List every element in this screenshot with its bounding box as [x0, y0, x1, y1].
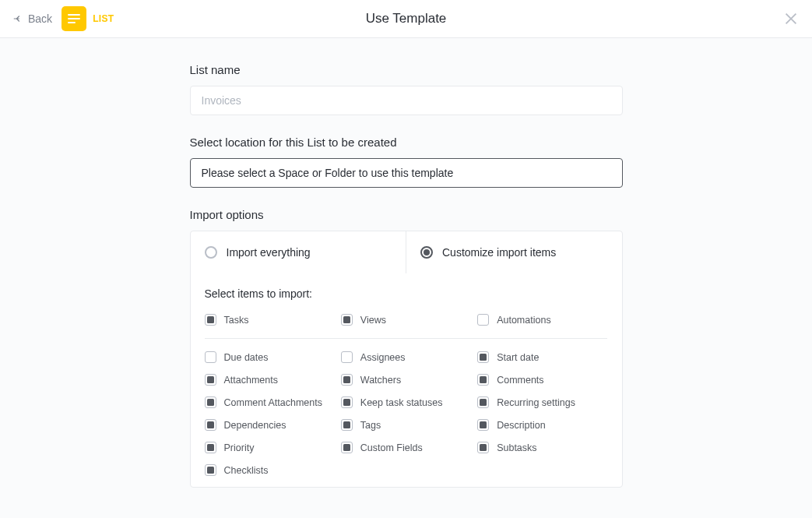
import-tabs: Import everything Customize import items — [191, 231, 622, 273]
checkbox-label: Attachments — [224, 375, 278, 386]
tab-everything-label: Import everything — [227, 246, 311, 259]
tab-import-everything[interactable]: Import everything — [191, 231, 406, 273]
checkbox-label: Assignees — [360, 352, 406, 363]
checkbox[interactable] — [205, 464, 216, 476]
import-item-custom-fields[interactable]: Custom Fields — [341, 442, 471, 453]
import-item-subtasks[interactable]: Subtasks — [477, 442, 607, 453]
location-section: Select location for this List to be crea… — [190, 136, 623, 188]
select-items-label: Select items to import: — [205, 287, 608, 300]
checkbox[interactable] — [205, 442, 216, 453]
checkbox-label: Dependencies — [224, 420, 286, 431]
checkbox-label: Due dates — [224, 352, 269, 363]
checkbox-label: Keep task statuses — [360, 397, 443, 408]
checkbox[interactable] — [477, 374, 489, 386]
tab-customize-import[interactable]: Customize import items — [406, 231, 622, 273]
checkbox-label: Automations — [497, 315, 550, 326]
import-section: Import options Import everything Customi… — [190, 208, 623, 488]
checkbox[interactable] — [205, 419, 216, 431]
import-top-item-tasks[interactable]: Tasks — [205, 314, 335, 326]
modal-body: List name Select location for this List … — [0, 38, 812, 518]
radio-everything[interactable] — [205, 246, 217, 259]
checkbox[interactable] — [341, 396, 353, 408]
list-name-input[interactable] — [190, 86, 623, 115]
import-item-priority[interactable]: Priority — [205, 442, 335, 453]
checkbox[interactable] — [477, 442, 489, 453]
checkbox-label: Description — [497, 420, 546, 431]
checkbox-label: Watchers — [360, 375, 401, 386]
checkbox-label: Checklists — [224, 465, 269, 476]
checkbox-label: Start date — [497, 352, 539, 363]
location-label: Select location for this List to be crea… — [190, 136, 623, 149]
checkbox[interactable] — [477, 396, 489, 408]
checkbox-label: Subtasks — [497, 442, 536, 453]
checkbox[interactable] — [205, 396, 216, 408]
import-items-grid: TasksViewsAutomationsDue datesAssigneesS… — [205, 314, 608, 476]
location-placeholder: Please select a Space or Folder to use t… — [202, 167, 454, 179]
checkbox[interactable] — [341, 351, 353, 363]
close-icon[interactable] — [782, 10, 800, 27]
list-name-label: List name — [190, 63, 623, 76]
checkbox[interactable] — [205, 314, 216, 326]
checkbox[interactable] — [341, 419, 353, 431]
import-item-comments[interactable]: Comments — [477, 374, 607, 386]
modal-header: Back LIST Use Template — [0, 0, 812, 38]
tab-customize-label: Customize import items — [442, 246, 556, 259]
checkbox[interactable] — [341, 442, 353, 453]
divider — [205, 338, 608, 339]
import-top-item-views[interactable]: Views — [341, 314, 471, 326]
list-type-label: LIST — [93, 13, 114, 24]
page-title: Use Template — [366, 11, 447, 26]
import-top-item-automations[interactable]: Automations — [477, 314, 607, 326]
back-button[interactable]: Back — [12, 12, 52, 25]
checkbox[interactable] — [205, 374, 216, 386]
import-item-dependencies[interactable]: Dependencies — [205, 419, 335, 431]
import-item-assignees[interactable]: Assignees — [341, 351, 471, 363]
import-body: Select items to import: TasksViewsAutoma… — [191, 273, 622, 487]
checkbox[interactable] — [341, 374, 353, 386]
checkbox-label: Recurring settings — [497, 397, 575, 408]
list-chip: LIST — [62, 6, 114, 31]
list-icon — [62, 6, 86, 31]
import-item-watchers[interactable]: Watchers — [341, 374, 471, 386]
checkbox-label: Comments — [497, 375, 543, 386]
import-item-checklists[interactable]: Checklists — [205, 464, 335, 476]
checkbox-label: Tags — [360, 420, 381, 431]
checkbox-label: Custom Fields — [360, 442, 423, 453]
import-item-attachments[interactable]: Attachments — [205, 374, 335, 386]
import-item-start-date[interactable]: Start date — [477, 351, 607, 363]
checkbox[interactable] — [477, 314, 489, 326]
radio-customize[interactable] — [420, 246, 433, 259]
checkbox-label: Priority — [224, 442, 255, 453]
location-select[interactable]: Please select a Space or Folder to use t… — [190, 158, 623, 188]
checkbox-label: Comment Attachments — [224, 397, 322, 408]
list-name-section: List name — [190, 63, 623, 115]
import-item-recurring-settings[interactable]: Recurring settings — [477, 396, 607, 408]
checkbox[interactable] — [477, 419, 489, 431]
import-item-comment-attachments[interactable]: Comment Attachments — [205, 396, 335, 408]
checkbox-label: Tasks — [224, 315, 249, 326]
import-options-label: Import options — [190, 208, 623, 221]
checkbox-label: Views — [360, 315, 386, 326]
import-box: Import everything Customize import items… — [190, 231, 623, 488]
import-item-due-dates[interactable]: Due dates — [205, 351, 335, 363]
import-item-tags[interactable]: Tags — [341, 419, 471, 431]
import-item-keep-task-statuses[interactable]: Keep task statuses — [341, 396, 471, 408]
back-label: Back — [28, 12, 52, 25]
checkbox[interactable] — [341, 314, 353, 326]
checkbox[interactable] — [477, 351, 489, 363]
import-item-description[interactable]: Description — [477, 419, 607, 431]
back-arrow-icon — [12, 13, 23, 24]
checkbox[interactable] — [205, 351, 216, 363]
